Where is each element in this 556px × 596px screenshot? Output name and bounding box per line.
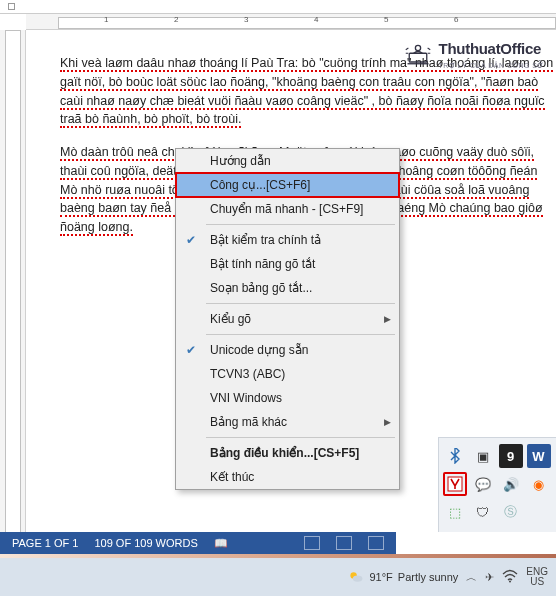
menu-exit[interactable]: Kết thúc xyxy=(176,465,399,489)
weather-widget[interactable]: 91°F Partly sunny xyxy=(348,569,458,585)
menu-shortcut-toggle[interactable]: Bật tính năng gõ tắt xyxy=(176,252,399,276)
menu-typing-style[interactable]: Kiểu gõ▶ xyxy=(176,307,399,331)
chevron-right-icon: ▶ xyxy=(384,314,391,324)
menu-unicode[interactable]: ✔Unicode dựng sẵn xyxy=(176,338,399,362)
tray-chevron-icon[interactable]: ︿ xyxy=(466,570,477,585)
video-icon[interactable]: ▣ xyxy=(471,444,495,468)
check-icon: ✔ xyxy=(186,343,196,357)
status-words[interactable]: 109 OF 109 WORDS xyxy=(94,537,197,549)
avast-icon[interactable]: ◉ xyxy=(527,472,551,496)
tray-empty xyxy=(527,500,551,524)
menu-quick-convert[interactable]: Chuyển mã nhanh - [CS+F9] xyxy=(176,197,399,221)
status-page[interactable]: PAGE 1 OF 1 xyxy=(12,537,78,549)
laptop-user-icon xyxy=(403,41,433,69)
svg-rect-0 xyxy=(409,53,427,62)
shield-icon[interactable]: 🛡 xyxy=(471,500,495,524)
view-print-icon[interactable] xyxy=(336,536,352,550)
taskbar: 91°F Partly sunny ︿ ✈ ENGUS xyxy=(0,558,556,596)
weather-temp: 91°F xyxy=(369,571,392,583)
context-menu: Hướng dẫn Công cụ...[CS+F6] Chuyển mã nh… xyxy=(175,148,400,490)
menu-other-table[interactable]: Bảng mã khác▶ xyxy=(176,410,399,434)
brand-logo: ThuthuatOffice TRỢ LÝ CỦA DÂN CÔNG SỞ xyxy=(403,38,544,71)
view-web-icon[interactable] xyxy=(368,536,384,550)
weather-cond: Partly sunny xyxy=(398,571,459,583)
menu-control-panel[interactable]: Bảng điều khiển...[CS+F5] xyxy=(176,441,399,465)
unikey-icon[interactable] xyxy=(443,472,467,496)
menu-tcvn[interactable]: TCVN3 (ABC) xyxy=(176,362,399,386)
send-icon[interactable]: ✈ xyxy=(485,571,494,584)
bluetooth-icon[interactable] xyxy=(443,444,467,468)
proofing-icon[interactable]: 📖 xyxy=(214,537,228,550)
skype-icon[interactable]: Ⓢ xyxy=(499,500,523,524)
chevron-right-icon: ▶ xyxy=(384,417,391,427)
horizontal-ruler: 1 2 3 4 5 6 xyxy=(26,14,556,30)
sun-cloud-icon xyxy=(348,569,364,585)
word-icon[interactable]: W xyxy=(527,444,551,468)
wifi-icon[interactable] xyxy=(502,569,518,585)
chat-icon[interactable]: 💬 xyxy=(471,472,495,496)
nine-icon[interactable]: 9 xyxy=(499,444,523,468)
logo-text: ThuthuatOffice xyxy=(439,38,544,61)
tab-marker xyxy=(8,3,15,10)
view-read-icon[interactable] xyxy=(304,536,320,550)
svg-point-1 xyxy=(415,45,420,50)
language-indicator[interactable]: ENGUS xyxy=(526,567,548,588)
menu-vni[interactable]: VNI Windows xyxy=(176,386,399,410)
logo-tagline: TRỢ LÝ CỦA DÂN CÔNG SỞ xyxy=(439,61,544,72)
check-icon: ✔ xyxy=(186,233,196,247)
svg-point-5 xyxy=(509,581,511,583)
menu-guide[interactable]: Hướng dẫn xyxy=(176,149,399,173)
menu-spellcheck[interactable]: ✔Bật kiểm tra chính tả xyxy=(176,228,399,252)
menu-tools[interactable]: Công cụ...[CS+F6] xyxy=(175,172,400,198)
speaker-icon[interactable]: 🔊 xyxy=(499,472,523,496)
svg-point-4 xyxy=(353,575,363,581)
vertical-ruler xyxy=(0,30,26,572)
menu-shortcut-edit[interactable]: Soạn bảng gõ tắt... xyxy=(176,276,399,300)
status-bar: PAGE 1 OF 1 109 OF 109 WORDS 📖 xyxy=(0,532,396,554)
safe-icon[interactable]: ⬚ xyxy=(443,500,467,524)
system-tray-popup: ▣ 9 W 💬 🔊 ◉ ⬚ 🛡 Ⓢ xyxy=(438,437,556,532)
